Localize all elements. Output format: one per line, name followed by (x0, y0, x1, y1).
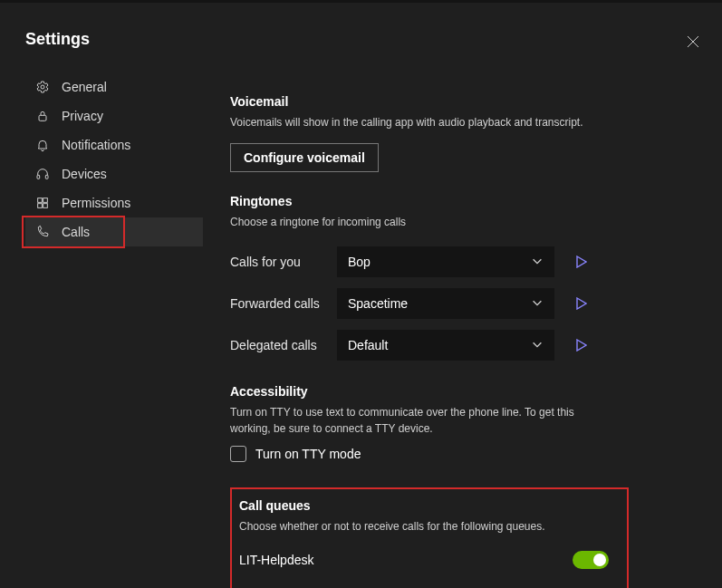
phone-icon (34, 224, 51, 240)
svg-rect-3 (39, 115, 46, 120)
call-queues-title: Call queues (239, 498, 612, 513)
voicemail-title: Voicemail (230, 94, 697, 109)
page-title: Settings (25, 30, 697, 49)
call-queue-toggle[interactable] (573, 551, 609, 569)
svg-marker-11 (577, 298, 586, 309)
svg-marker-12 (577, 340, 586, 351)
sidebar-item-calls[interactable]: Calls (25, 217, 203, 246)
svg-rect-8 (38, 204, 43, 208)
play-ringtone-button[interactable] (576, 255, 587, 268)
select-value: Spacetime (348, 296, 408, 311)
ringtone-select-calls-for-you[interactable]: Bop (337, 246, 554, 277)
select-value: Default (348, 338, 388, 352)
tty-checkbox[interactable] (230, 446, 246, 462)
headset-icon (34, 166, 51, 182)
call-queues-subtitle: Choose whether or not to receive calls f… (239, 518, 612, 535)
chevron-down-icon (531, 338, 544, 353)
settings-main-panel: Voicemail Voicemails will show in the ca… (230, 65, 722, 588)
svg-rect-9 (43, 204, 48, 208)
call-queue-label: LIT-Helpdesk (239, 553, 313, 567)
tty-checkbox-label: Turn on TTY mode (255, 447, 361, 461)
lock-icon (34, 108, 51, 124)
ringtone-row-delegated: Delegated calls Default (230, 330, 697, 361)
svg-rect-4 (37, 175, 40, 178)
call-queues-highlight: Call queues Choose whether or not to rec… (230, 487, 629, 588)
accessibility-subtitle: Turn on TTY to use text to communicate o… (230, 404, 611, 437)
ringtones-subtitle: Choose a ringtone for incoming calls (230, 214, 611, 230)
sidebar-item-label: General (62, 80, 107, 94)
call-queue-row: LIT-Helpdesk (239, 551, 612, 569)
voicemail-subtitle: Voicemails will show in the calling app … (230, 114, 611, 130)
svg-rect-6 (38, 198, 43, 203)
settings-sidebar: General Privacy Notifications Devices Pe… (25, 65, 203, 588)
accessibility-title: Accessibility (230, 384, 697, 399)
svg-point-2 (41, 85, 44, 89)
ringtone-label: Calls for you (230, 255, 337, 269)
sidebar-item-label: Calls (62, 225, 90, 239)
svg-rect-5 (45, 175, 48, 178)
chevron-down-icon (531, 255, 544, 270)
ringtone-label: Forwarded calls (230, 296, 337, 311)
close-button[interactable] (686, 34, 700, 49)
ringtone-row-calls-for-you: Calls for you Bop (230, 246, 697, 277)
select-value: Bop (348, 255, 371, 269)
ringtone-select-forwarded[interactable]: Spacetime (337, 288, 554, 319)
ringtone-select-delegated[interactable]: Default (337, 330, 554, 361)
gear-icon (34, 79, 51, 95)
sidebar-item-permissions[interactable]: Permissions (25, 188, 203, 217)
chevron-down-icon (531, 296, 544, 312)
svg-marker-10 (577, 256, 586, 267)
ringtones-title: Ringtones (230, 194, 697, 208)
play-ringtone-button[interactable] (576, 339, 587, 352)
bell-icon (34, 137, 51, 153)
sidebar-item-general[interactable]: General (25, 72, 203, 101)
ringtone-row-forwarded: Forwarded calls Spacetime (230, 288, 697, 319)
svg-rect-7 (43, 198, 48, 203)
sidebar-item-label: Permissions (62, 196, 130, 210)
sidebar-item-notifications[interactable]: Notifications (25, 130, 203, 159)
sidebar-item-devices[interactable]: Devices (25, 159, 203, 188)
sidebar-item-label: Notifications (62, 138, 130, 152)
ringtone-label: Delegated calls (230, 338, 337, 352)
sidebar-item-privacy[interactable]: Privacy (25, 101, 203, 130)
sidebar-item-label: Privacy (62, 109, 103, 123)
play-ringtone-button[interactable] (576, 297, 587, 310)
configure-voicemail-button[interactable]: Configure voicemail (230, 143, 379, 172)
sidebar-item-label: Devices (62, 167, 107, 181)
apps-icon (34, 195, 51, 211)
